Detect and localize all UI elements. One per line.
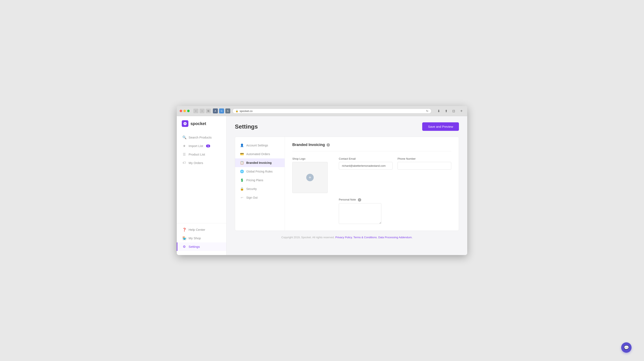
- phone-number-input[interactable]: [398, 162, 451, 170]
- personal-note-field: Personal Note i: [339, 198, 451, 225]
- phone-number-label: Phone Number: [398, 157, 451, 160]
- logo-text: spocket: [190, 121, 206, 126]
- settings-sidebar-nav: 👤 Account Settings 💳 Automated Orders 📋 …: [235, 137, 285, 231]
- shop-logo-field: Shop Logo +: [292, 157, 334, 193]
- sidebar-item-my-orders[interactable]: 🏷 My Orders: [177, 159, 226, 167]
- divider: [292, 151, 451, 151]
- share-button[interactable]: ⬆: [443, 108, 449, 114]
- settings-nav-automated-orders[interactable]: 💳 Automated Orders: [235, 150, 285, 158]
- back-button[interactable]: ‹: [193, 109, 198, 113]
- list-icon: ☰: [182, 152, 186, 156]
- ext-icon-2[interactable]: G: [219, 108, 224, 113]
- browser-actions: ⬇ ⬆ ⊡: [436, 108, 456, 114]
- sidebar-label-my-orders: My Orders: [188, 161, 203, 165]
- window-button[interactable]: ⧉: [206, 109, 211, 113]
- page-header: Settings Save and Preview: [235, 122, 459, 131]
- personal-note-label: Personal Note i: [339, 198, 451, 202]
- minimize-button[interactable]: [184, 110, 186, 112]
- contact-email-field: Contact Email: [339, 157, 392, 170]
- new-tab-button[interactable]: +: [458, 108, 464, 114]
- card-icon: 💳: [240, 152, 244, 156]
- sidebar-label-help-center: Help Center: [188, 228, 205, 231]
- shop-logo-label: Shop Logo: [292, 157, 334, 160]
- bookmarks-button[interactable]: ⊡: [451, 108, 456, 114]
- settings-nav-global-pricing[interactable]: 🌐 Global Pricing Rules: [235, 167, 285, 176]
- settings-nav-automated-label: Automated Orders: [246, 152, 270, 156]
- dpa-link[interactable]: Data Processing Addendum.: [378, 236, 412, 239]
- settings-nav-security[interactable]: 🔒 Security: [235, 185, 285, 193]
- ext-icon-3[interactable]: S: [225, 108, 230, 113]
- help-icon: ❓: [182, 228, 186, 232]
- upload-plus-icon: +: [306, 174, 314, 181]
- lock-icon: 🔒: [236, 110, 238, 112]
- browser-window: ‹ › ⧉ A G S 🔒 spocket.co ↻ ⬇ ⬆ ⊡ +: [177, 106, 467, 255]
- lock-icon: 🔒: [240, 187, 244, 191]
- terms-link[interactable]: Terms & Conditions: [353, 236, 377, 239]
- settings-nav-security-label: Security: [246, 187, 257, 191]
- save-preview-button[interactable]: Save and Preview: [422, 122, 459, 131]
- url-text: spocket.co: [240, 109, 252, 113]
- sidebar-item-search-products[interactable]: 🔍 Search Products: [177, 133, 226, 142]
- user-icon: 👤: [240, 143, 244, 147]
- sidebar-main-nav: 🔍 Search Products ★ Import List 1 ☰ Prod…: [177, 131, 226, 223]
- close-button[interactable]: [180, 110, 182, 112]
- contact-email-input[interactable]: [339, 162, 392, 170]
- ext-icon-1[interactable]: A: [213, 108, 218, 113]
- signout-icon: ↩: [240, 196, 244, 199]
- footer-copyright: Copyright 2019, Spocket. All rights rese…: [281, 236, 335, 239]
- address-bar[interactable]: 🔒 spocket.co ↻: [232, 108, 432, 114]
- settings-nav-pricing-label: Pricing Plans: [246, 179, 263, 182]
- search-icon: 🔍: [182, 135, 186, 139]
- settings-nav-sign-out[interactable]: ↩ Sign Out: [235, 193, 285, 202]
- traffic-lights: [180, 110, 190, 112]
- branded-invoicing-title: Branded Invoicing i: [292, 143, 451, 147]
- chat-bubble[interactable]: 💬: [621, 342, 632, 353]
- settings-nav-signout-label: Sign Out: [246, 196, 258, 199]
- browser-nav: ‹ › ⧉: [193, 109, 211, 113]
- sidebar-label-product-list: Product List: [188, 153, 205, 156]
- dollar-icon: 💲: [240, 178, 244, 182]
- star-icon: ★: [182, 144, 186, 148]
- app-container: spocket 🔍 Search Products ★ Import List …: [177, 116, 467, 255]
- sidebar-logo: spocket: [177, 116, 226, 131]
- sidebar-label-my-shop: My Shop: [188, 236, 201, 240]
- import-list-badge: 1: [206, 144, 210, 147]
- page-footer: Copyright 2019, Spocket. All rights rese…: [235, 231, 459, 244]
- page-title: Settings: [235, 123, 258, 130]
- reload-button[interactable]: ↻: [426, 109, 428, 113]
- browser-chrome: ‹ › ⧉ A G S 🔒 spocket.co ↻ ⬇ ⬆ ⊡ +: [177, 106, 467, 116]
- sidebar: spocket 🔍 Search Products ★ Import List …: [177, 116, 226, 255]
- sidebar-item-settings[interactable]: ⚙ Settings: [177, 242, 226, 251]
- info-icon[interactable]: i: [326, 143, 330, 147]
- settings-panel: 👤 Account Settings 💳 Automated Orders 📋 …: [235, 137, 459, 231]
- settings-nav-account[interactable]: 👤 Account Settings: [235, 141, 285, 150]
- settings-nav-pricing-plans[interactable]: 💲 Pricing Plans: [235, 176, 285, 185]
- sidebar-item-help-center[interactable]: ❓ Help Center: [177, 225, 226, 234]
- sidebar-item-product-list[interactable]: ☰ Product List: [177, 150, 226, 159]
- main-content: Settings Save and Preview 👤 Account Sett…: [226, 116, 467, 255]
- branded-invoicing-grid: Shop Logo + Contact Email Phone: [292, 157, 451, 225]
- sidebar-label-import-list: Import List: [188, 144, 203, 148]
- sidebar-item-import-list[interactable]: ★ Import List 1: [177, 142, 226, 150]
- shop-logo-upload[interactable]: +: [292, 162, 328, 193]
- settings-nav-global-label: Global Pricing Rules: [246, 170, 272, 173]
- shop-icon: 🏪: [182, 236, 186, 240]
- phone-number-field: Phone Number: [398, 157, 451, 170]
- globe-icon: 🌐: [240, 170, 244, 173]
- logo-icon: [182, 120, 188, 127]
- maximize-button[interactable]: [187, 110, 190, 112]
- spocket-logo-svg: [183, 122, 187, 125]
- settings-nav-account-label: Account Settings: [246, 144, 268, 147]
- personal-note-textarea[interactable]: [339, 203, 381, 224]
- personal-note-info-icon[interactable]: i: [358, 198, 361, 202]
- sidebar-label-settings: Settings: [188, 245, 200, 248]
- settings-content-area: Branded Invoicing i Shop Logo +: [285, 137, 459, 231]
- download-button[interactable]: ⬇: [436, 108, 442, 114]
- gear-icon: ⚙: [182, 245, 186, 249]
- privacy-policy-link[interactable]: Privacy Policy: [335, 236, 352, 239]
- extension-icons: A G S: [213, 108, 230, 113]
- settings-nav-branded-invoicing[interactable]: 📋 Branded Invoicing: [235, 158, 285, 167]
- settings-nav-branded-label: Branded Invoicing: [246, 161, 272, 164]
- sidebar-item-my-shop[interactable]: 🏪 My Shop: [177, 234, 226, 242]
- forward-button[interactable]: ›: [200, 109, 204, 113]
